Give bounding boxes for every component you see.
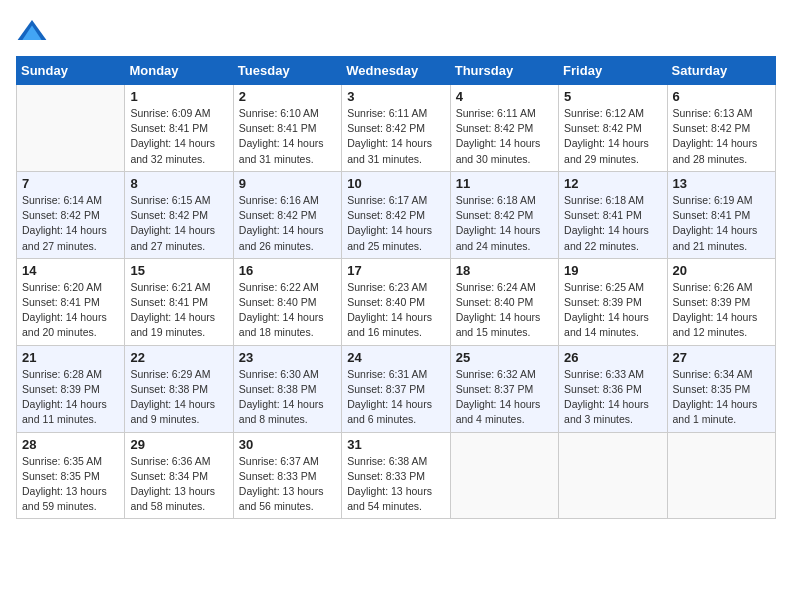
calendar-cell: 15Sunrise: 6:21 AM Sunset: 8:41 PM Dayli… <box>125 258 233 345</box>
day-number: 7 <box>22 176 119 191</box>
day-number: 25 <box>456 350 553 365</box>
page-header <box>16 16 776 48</box>
week-row-4: 21Sunrise: 6:28 AM Sunset: 8:39 PM Dayli… <box>17 345 776 432</box>
day-number: 27 <box>673 350 770 365</box>
day-info: Sunrise: 6:23 AM Sunset: 8:40 PM Dayligh… <box>347 280 444 341</box>
day-info: Sunrise: 6:38 AM Sunset: 8:33 PM Dayligh… <box>347 454 444 515</box>
day-info: Sunrise: 6:13 AM Sunset: 8:42 PM Dayligh… <box>673 106 770 167</box>
day-info: Sunrise: 6:25 AM Sunset: 8:39 PM Dayligh… <box>564 280 661 341</box>
calendar-cell: 21Sunrise: 6:28 AM Sunset: 8:39 PM Dayli… <box>17 345 125 432</box>
day-number: 28 <box>22 437 119 452</box>
calendar-header-row: SundayMondayTuesdayWednesdayThursdayFrid… <box>17 57 776 85</box>
day-info: Sunrise: 6:11 AM Sunset: 8:42 PM Dayligh… <box>456 106 553 167</box>
day-info: Sunrise: 6:14 AM Sunset: 8:42 PM Dayligh… <box>22 193 119 254</box>
day-info: Sunrise: 6:12 AM Sunset: 8:42 PM Dayligh… <box>564 106 661 167</box>
day-header-monday: Monday <box>125 57 233 85</box>
calendar-cell: 11Sunrise: 6:18 AM Sunset: 8:42 PM Dayli… <box>450 171 558 258</box>
calendar-cell: 20Sunrise: 6:26 AM Sunset: 8:39 PM Dayli… <box>667 258 775 345</box>
day-info: Sunrise: 6:28 AM Sunset: 8:39 PM Dayligh… <box>22 367 119 428</box>
calendar-cell: 14Sunrise: 6:20 AM Sunset: 8:41 PM Dayli… <box>17 258 125 345</box>
day-number: 14 <box>22 263 119 278</box>
week-row-3: 14Sunrise: 6:20 AM Sunset: 8:41 PM Dayli… <box>17 258 776 345</box>
day-number: 11 <box>456 176 553 191</box>
day-number: 12 <box>564 176 661 191</box>
calendar-cell: 8Sunrise: 6:15 AM Sunset: 8:42 PM Daylig… <box>125 171 233 258</box>
calendar-cell: 28Sunrise: 6:35 AM Sunset: 8:35 PM Dayli… <box>17 432 125 519</box>
calendar-cell: 18Sunrise: 6:24 AM Sunset: 8:40 PM Dayli… <box>450 258 558 345</box>
calendar-cell: 23Sunrise: 6:30 AM Sunset: 8:38 PM Dayli… <box>233 345 341 432</box>
calendar-cell: 16Sunrise: 6:22 AM Sunset: 8:40 PM Dayli… <box>233 258 341 345</box>
calendar-cell: 7Sunrise: 6:14 AM Sunset: 8:42 PM Daylig… <box>17 171 125 258</box>
logo-icon <box>16 16 48 48</box>
day-info: Sunrise: 6:22 AM Sunset: 8:40 PM Dayligh… <box>239 280 336 341</box>
calendar-cell: 4Sunrise: 6:11 AM Sunset: 8:42 PM Daylig… <box>450 85 558 172</box>
day-info: Sunrise: 6:24 AM Sunset: 8:40 PM Dayligh… <box>456 280 553 341</box>
calendar-cell <box>559 432 667 519</box>
day-number: 19 <box>564 263 661 278</box>
calendar-cell: 25Sunrise: 6:32 AM Sunset: 8:37 PM Dayli… <box>450 345 558 432</box>
day-number: 5 <box>564 89 661 104</box>
logo <box>16 16 52 48</box>
day-number: 20 <box>673 263 770 278</box>
day-header-saturday: Saturday <box>667 57 775 85</box>
calendar-cell: 3Sunrise: 6:11 AM Sunset: 8:42 PM Daylig… <box>342 85 450 172</box>
calendar-cell: 17Sunrise: 6:23 AM Sunset: 8:40 PM Dayli… <box>342 258 450 345</box>
day-info: Sunrise: 6:26 AM Sunset: 8:39 PM Dayligh… <box>673 280 770 341</box>
day-info: Sunrise: 6:34 AM Sunset: 8:35 PM Dayligh… <box>673 367 770 428</box>
day-number: 29 <box>130 437 227 452</box>
day-info: Sunrise: 6:09 AM Sunset: 8:41 PM Dayligh… <box>130 106 227 167</box>
calendar-cell: 19Sunrise: 6:25 AM Sunset: 8:39 PM Dayli… <box>559 258 667 345</box>
day-number: 16 <box>239 263 336 278</box>
calendar-cell: 30Sunrise: 6:37 AM Sunset: 8:33 PM Dayli… <box>233 432 341 519</box>
calendar-cell: 9Sunrise: 6:16 AM Sunset: 8:42 PM Daylig… <box>233 171 341 258</box>
day-number: 30 <box>239 437 336 452</box>
day-info: Sunrise: 6:17 AM Sunset: 8:42 PM Dayligh… <box>347 193 444 254</box>
day-number: 31 <box>347 437 444 452</box>
day-info: Sunrise: 6:31 AM Sunset: 8:37 PM Dayligh… <box>347 367 444 428</box>
day-number: 8 <box>130 176 227 191</box>
day-number: 26 <box>564 350 661 365</box>
day-number: 21 <box>22 350 119 365</box>
day-number: 22 <box>130 350 227 365</box>
day-info: Sunrise: 6:19 AM Sunset: 8:41 PM Dayligh… <box>673 193 770 254</box>
day-number: 24 <box>347 350 444 365</box>
calendar-table: SundayMondayTuesdayWednesdayThursdayFrid… <box>16 56 776 519</box>
day-info: Sunrise: 6:29 AM Sunset: 8:38 PM Dayligh… <box>130 367 227 428</box>
day-number: 15 <box>130 263 227 278</box>
day-header-wednesday: Wednesday <box>342 57 450 85</box>
week-row-1: 1Sunrise: 6:09 AM Sunset: 8:41 PM Daylig… <box>17 85 776 172</box>
day-number: 6 <box>673 89 770 104</box>
day-number: 3 <box>347 89 444 104</box>
day-info: Sunrise: 6:36 AM Sunset: 8:34 PM Dayligh… <box>130 454 227 515</box>
calendar-cell <box>667 432 775 519</box>
calendar-cell: 2Sunrise: 6:10 AM Sunset: 8:41 PM Daylig… <box>233 85 341 172</box>
calendar-cell: 1Sunrise: 6:09 AM Sunset: 8:41 PM Daylig… <box>125 85 233 172</box>
day-info: Sunrise: 6:30 AM Sunset: 8:38 PM Dayligh… <box>239 367 336 428</box>
day-info: Sunrise: 6:32 AM Sunset: 8:37 PM Dayligh… <box>456 367 553 428</box>
day-info: Sunrise: 6:10 AM Sunset: 8:41 PM Dayligh… <box>239 106 336 167</box>
day-number: 17 <box>347 263 444 278</box>
day-number: 1 <box>130 89 227 104</box>
day-info: Sunrise: 6:18 AM Sunset: 8:41 PM Dayligh… <box>564 193 661 254</box>
calendar-cell: 10Sunrise: 6:17 AM Sunset: 8:42 PM Dayli… <box>342 171 450 258</box>
day-header-tuesday: Tuesday <box>233 57 341 85</box>
day-info: Sunrise: 6:20 AM Sunset: 8:41 PM Dayligh… <box>22 280 119 341</box>
day-header-friday: Friday <box>559 57 667 85</box>
calendar-cell: 31Sunrise: 6:38 AM Sunset: 8:33 PM Dayli… <box>342 432 450 519</box>
week-row-2: 7Sunrise: 6:14 AM Sunset: 8:42 PM Daylig… <box>17 171 776 258</box>
day-header-thursday: Thursday <box>450 57 558 85</box>
calendar-cell: 12Sunrise: 6:18 AM Sunset: 8:41 PM Dayli… <box>559 171 667 258</box>
day-number: 13 <box>673 176 770 191</box>
day-number: 2 <box>239 89 336 104</box>
calendar-cell <box>450 432 558 519</box>
calendar-cell <box>17 85 125 172</box>
day-number: 10 <box>347 176 444 191</box>
calendar-cell: 24Sunrise: 6:31 AM Sunset: 8:37 PM Dayli… <box>342 345 450 432</box>
day-header-sunday: Sunday <box>17 57 125 85</box>
calendar-cell: 13Sunrise: 6:19 AM Sunset: 8:41 PM Dayli… <box>667 171 775 258</box>
day-info: Sunrise: 6:15 AM Sunset: 8:42 PM Dayligh… <box>130 193 227 254</box>
day-info: Sunrise: 6:11 AM Sunset: 8:42 PM Dayligh… <box>347 106 444 167</box>
day-info: Sunrise: 6:33 AM Sunset: 8:36 PM Dayligh… <box>564 367 661 428</box>
day-info: Sunrise: 6:35 AM Sunset: 8:35 PM Dayligh… <box>22 454 119 515</box>
calendar-cell: 6Sunrise: 6:13 AM Sunset: 8:42 PM Daylig… <box>667 85 775 172</box>
